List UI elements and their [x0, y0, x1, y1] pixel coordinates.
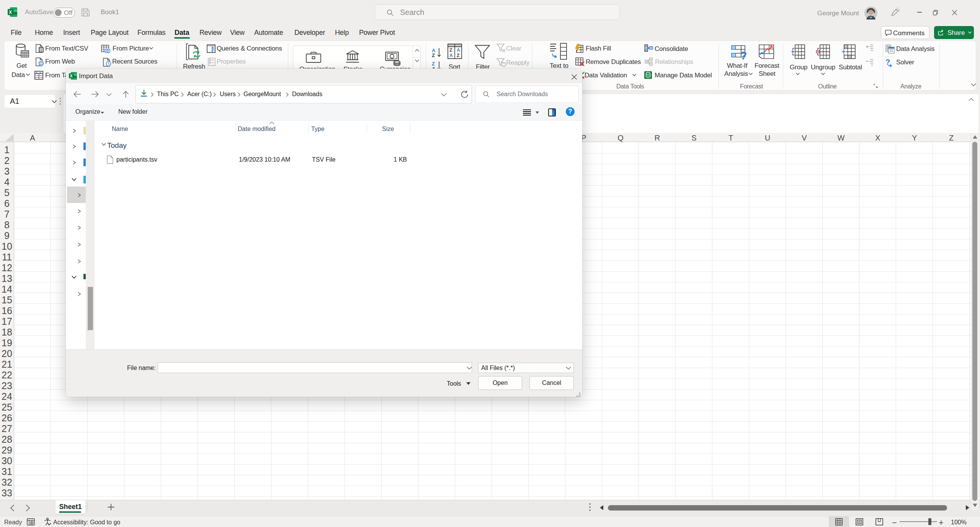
svg-text:?: ?	[740, 49, 747, 61]
svg-text:A: A	[457, 47, 460, 53]
svg-text:A: A	[449, 53, 453, 58]
svg-text:?: ?	[885, 59, 890, 66]
svg-text:Z: Z	[457, 53, 459, 58]
svg-text:Z: Z	[432, 52, 435, 57]
svg-text:X: X	[70, 74, 73, 78]
svg-text:Z: Z	[449, 47, 452, 53]
